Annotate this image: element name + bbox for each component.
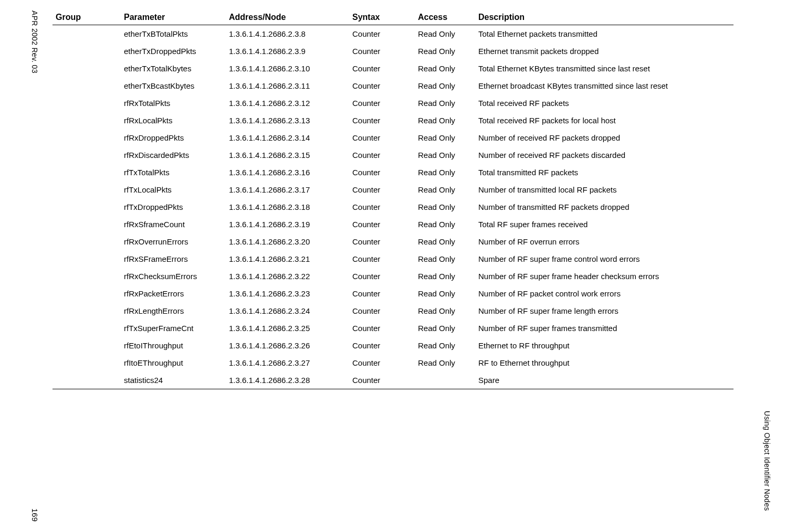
cell-addr: 1.3.6.1.4.1.2686.2.3.28 (226, 371, 349, 389)
cell-group (53, 250, 121, 268)
cell-desc: Ethernet broadcast KBytes transmitted si… (475, 77, 733, 94)
cell-param: rfRxPacketErrors (121, 285, 226, 302)
table-row: rfTxTotalPkts1.3.6.1.4.1.2686.2.3.16Coun… (53, 164, 733, 181)
cell-group (53, 164, 121, 181)
cell-addr: 1.3.6.1.4.1.2686.2.3.24 (226, 302, 349, 320)
th-description: Description (475, 10, 733, 25)
th-group: Group (53, 10, 121, 25)
cell-addr: 1.3.6.1.4.1.2686.2.3.10 (226, 60, 349, 77)
cell-syntax: Counter (349, 216, 415, 233)
cell-param: rfRxSframeCount (121, 216, 226, 233)
table-row: rfItoEThroughput1.3.6.1.4.1.2686.2.3.27C… (53, 354, 733, 371)
cell-group (53, 337, 121, 354)
cell-addr: 1.3.6.1.4.1.2686.2.3.22 (226, 268, 349, 285)
cell-syntax: Counter (349, 233, 415, 250)
page: APR 2002 Rev. 03 169 Using Object Identi… (0, 0, 786, 532)
cell-syntax: Counter (349, 250, 415, 268)
cell-desc: Total Ethernet packets transmitted (475, 25, 733, 43)
cell-access: Read Only (415, 112, 475, 129)
cell-group (53, 354, 121, 371)
cell-desc: Number of RF overrun errors (475, 233, 733, 250)
cell-param: rfRxDiscardedPkts (121, 146, 226, 164)
cell-group (53, 94, 121, 112)
cell-access: Read Only (415, 129, 475, 146)
cell-param: rfRxTotalPkts (121, 94, 226, 112)
cell-desc: Number of received RF packets dropped (475, 129, 733, 146)
table-row: rfRxDiscardedPkts1.3.6.1.4.1.2686.2.3.15… (53, 146, 733, 164)
cell-addr: 1.3.6.1.4.1.2686.2.3.27 (226, 354, 349, 371)
cell-desc: Number of RF super frames transmitted (475, 320, 733, 337)
cell-desc: Number of transmitted RF packets dropped (475, 198, 733, 216)
cell-group (53, 285, 121, 302)
cell-group (53, 77, 121, 94)
cell-syntax: Counter (349, 337, 415, 354)
cell-access: Read Only (415, 268, 475, 285)
cell-desc: Number of RF super frame control word er… (475, 250, 733, 268)
cell-group (53, 146, 121, 164)
th-address: Address/Node (226, 10, 349, 25)
cell-desc: Number of transmitted local RF packets (475, 181, 733, 198)
cell-addr: 1.3.6.1.4.1.2686.2.3.14 (226, 129, 349, 146)
cell-addr: 1.3.6.1.4.1.2686.2.3.11 (226, 77, 349, 94)
table-row: rfRxLocalPkts1.3.6.1.4.1.2686.2.3.13Coun… (53, 112, 733, 129)
cell-desc: Total Ethernet KBytes transmitted since … (475, 60, 733, 77)
cell-syntax: Counter (349, 42, 415, 60)
th-syntax: Syntax (349, 10, 415, 25)
cell-access: Read Only (415, 216, 475, 233)
cell-group (53, 112, 121, 129)
table-row: rfRxLengthErrors1.3.6.1.4.1.2686.2.3.24C… (53, 302, 733, 320)
cell-param: etherTxDroppedPkts (121, 42, 226, 60)
cell-syntax: Counter (349, 371, 415, 389)
cell-access (415, 371, 475, 389)
cell-group (53, 216, 121, 233)
table-row: rfRxTotalPkts1.3.6.1.4.1.2686.2.3.12Coun… (53, 94, 733, 112)
cell-access: Read Only (415, 25, 475, 43)
cell-syntax: Counter (349, 285, 415, 302)
cell-param: rfItoEThroughput (121, 354, 226, 371)
cell-param: rfRxLocalPkts (121, 112, 226, 129)
cell-access: Read Only (415, 337, 475, 354)
table-row: rfRxSframeCount1.3.6.1.4.1.2686.2.3.19Co… (53, 216, 733, 233)
cell-param: rfEtoIThroughput (121, 337, 226, 354)
cell-addr: 1.3.6.1.4.1.2686.2.3.20 (226, 233, 349, 250)
cell-syntax: Counter (349, 302, 415, 320)
cell-desc: Total received RF packets for local host (475, 112, 733, 129)
cell-access: Read Only (415, 302, 475, 320)
table-row: rfRxOverrunErrors1.3.6.1.4.1.2686.2.3.20… (53, 233, 733, 250)
cell-access: Read Only (415, 354, 475, 371)
cell-access: Read Only (415, 164, 475, 181)
cell-addr: 1.3.6.1.4.1.2686.2.3.16 (226, 164, 349, 181)
cell-desc: Spare (475, 371, 733, 389)
cell-access: Read Only (415, 250, 475, 268)
table-row: etherTxTotalKbytes1.3.6.1.4.1.2686.2.3.1… (53, 60, 733, 77)
table-row: rfRxChecksumErrors1.3.6.1.4.1.2686.2.3.2… (53, 268, 733, 285)
th-access: Access (415, 10, 475, 25)
cell-access: Read Only (415, 42, 475, 60)
cell-access: Read Only (415, 285, 475, 302)
cell-access: Read Only (415, 146, 475, 164)
cell-syntax: Counter (349, 181, 415, 198)
cell-syntax: Counter (349, 94, 415, 112)
cell-addr: 1.3.6.1.4.1.2686.2.3.17 (226, 181, 349, 198)
cell-group (53, 60, 121, 77)
cell-access: Read Only (415, 233, 475, 250)
cell-param: rfRxDroppedPkts (121, 129, 226, 146)
cell-desc: Number of RF packet control work errors (475, 285, 733, 302)
cell-param: rfRxLengthErrors (121, 302, 226, 320)
cell-syntax: Counter (349, 268, 415, 285)
cell-group (53, 371, 121, 389)
cell-param: rfTxSuperFrameCnt (121, 320, 226, 337)
cell-syntax: Counter (349, 164, 415, 181)
cell-desc: Total received RF packets (475, 94, 733, 112)
cell-group (53, 42, 121, 60)
cell-addr: 1.3.6.1.4.1.2686.2.3.15 (226, 146, 349, 164)
cell-syntax: Counter (349, 320, 415, 337)
cell-access: Read Only (415, 77, 475, 94)
cell-param: rfTxLocalPkts (121, 181, 226, 198)
cell-param: rfRxOverrunErrors (121, 233, 226, 250)
cell-access: Read Only (415, 198, 475, 216)
th-parameter: Parameter (121, 10, 226, 25)
cell-syntax: Counter (349, 60, 415, 77)
cell-group (53, 25, 121, 43)
cell-addr: 1.3.6.1.4.1.2686.2.3.9 (226, 42, 349, 60)
